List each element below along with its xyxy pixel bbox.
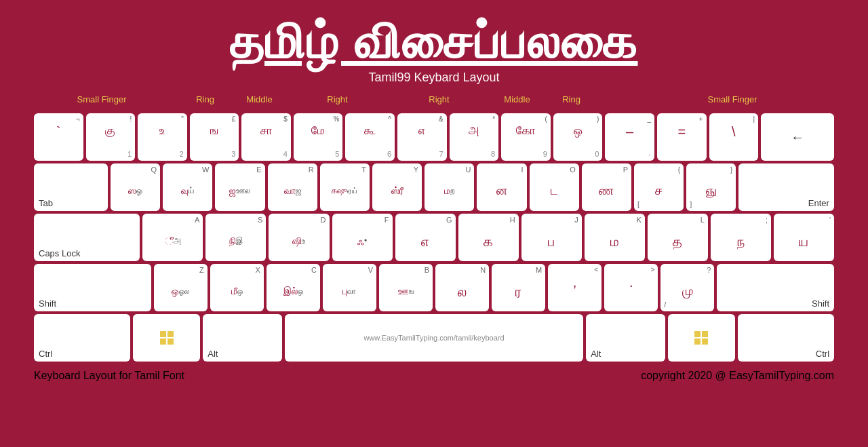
- footer: Keyboard Layout for Tamil Font copyright…: [34, 370, 834, 382]
- key-slash[interactable]: ? மு /: [660, 264, 714, 311]
- bottom-row: Shift Z ஒஓல X மீஒ C இல்ஒ V புவா B ஊங N ல…: [34, 264, 834, 311]
- key-bracket-open[interactable]: { ச [: [634, 163, 684, 211]
- key-q[interactable]: Q ஸஓ: [111, 163, 160, 211]
- svg-rect-6: [694, 338, 701, 345]
- key-p[interactable]: P ண: [582, 163, 631, 211]
- enter-key[interactable]: Enter: [738, 163, 833, 211]
- space-key[interactable]: www.EasyTamilTyping.com/tamil/keyboard: [285, 314, 584, 362]
- key-4[interactable]: $ சா 4: [241, 113, 291, 161]
- key-t[interactable]: T கஷுஏய்: [320, 163, 370, 211]
- key-backtick[interactable]: ¬ `: [34, 113, 83, 161]
- tab-key[interactable]: Tab: [34, 163, 108, 211]
- key-semicolon[interactable]: ; ந: [711, 214, 771, 261]
- key-d[interactable]: D ஷிஉ: [269, 214, 329, 261]
- key-o[interactable]: O ட: [530, 163, 579, 211]
- key-3[interactable]: £ ங 3: [190, 113, 239, 161]
- label-small-finger-left: Small Finger: [34, 94, 170, 104]
- svg-rect-4: [694, 331, 701, 337]
- key-e[interactable]: E ஜஊல: [215, 163, 264, 211]
- svg-rect-5: [702, 331, 708, 337]
- top-row: Tab Q ஸஓ W வுய் E ஜஊல R வாஜ T கஷுஏய் Y ஸ…: [34, 163, 834, 211]
- footer-left: Keyboard Layout for Tamil Font: [34, 370, 184, 382]
- key-1[interactable]: ! கு 1: [86, 113, 136, 161]
- key-8[interactable]: * அ 8: [450, 113, 499, 161]
- ctrl-right-key[interactable]: Ctrl: [738, 314, 834, 362]
- key-0[interactable]: ) ஒ 0: [553, 113, 603, 161]
- caps-lock-key[interactable]: Caps Lock: [34, 214, 140, 261]
- keyboard-container: Small Finger Ring Middle Right Right Mid…: [34, 94, 834, 364]
- label-middle-right: Middle: [492, 94, 542, 104]
- key-bracket-close[interactable]: } ஞு ]: [686, 163, 736, 211]
- key-x[interactable]: X மீஒ: [210, 264, 264, 311]
- label-ring-left: Ring: [180, 94, 231, 104]
- windows-logo-right: [694, 330, 709, 345]
- alt-right-key[interactable]: Alt: [586, 314, 665, 362]
- label-small-finger-right: Small Finger: [631, 94, 834, 104]
- svg-rect-3: [167, 338, 174, 345]
- label-right-index1: Right: [288, 94, 387, 104]
- label-right-index2: Right: [390, 94, 488, 104]
- key-g[interactable]: G எ: [395, 214, 456, 261]
- key-j[interactable]: J ப: [521, 214, 582, 261]
- system-row: Ctrl Alt www.EasyTamilTyping.com/tamil/k…: [34, 314, 834, 362]
- key-w[interactable]: W வுய்: [163, 163, 212, 211]
- key-v[interactable]: V புவா: [323, 264, 376, 311]
- key-c[interactable]: C இல்ஒ: [267, 264, 320, 311]
- win-right-key[interactable]: [668, 314, 735, 362]
- svg-rect-1: [167, 331, 174, 337]
- key-r[interactable]: R வாஜ: [268, 163, 317, 211]
- key-z[interactable]: Z ஒஓல: [154, 264, 208, 311]
- key-y[interactable]: Y ஸ்ரீ: [372, 163, 422, 211]
- key-u[interactable]: U மற: [425, 163, 474, 211]
- key-n[interactable]: N ல: [435, 264, 489, 311]
- key-s[interactable]: S நிஇ: [205, 214, 266, 261]
- shift-right-key[interactable]: Shift: [717, 264, 834, 311]
- svg-rect-2: [160, 338, 166, 345]
- win-left-key[interactable]: [133, 314, 200, 362]
- key-k[interactable]: K ம: [585, 214, 645, 261]
- svg-rect-0: [160, 331, 166, 337]
- label-middle-left: Middle: [234, 94, 285, 104]
- home-row: Caps Lock A ீஅ S நிஇ D ஷிஉ F ஃ• G எ H க …: [34, 214, 834, 261]
- key-i[interactable]: I ன: [477, 163, 526, 211]
- key-h[interactable]: H க: [458, 214, 519, 261]
- key-minus[interactable]: _ – -: [605, 113, 654, 161]
- key-equals[interactable]: + =: [657, 113, 707, 161]
- key-backslash[interactable]: | \: [709, 113, 759, 161]
- alt-left-key[interactable]: Alt: [203, 314, 281, 362]
- finger-labels: Small Finger Ring Middle Right Right Mid…: [34, 94, 834, 111]
- key-period[interactable]: > .: [604, 264, 658, 311]
- key-9[interactable]: ( கோ 9: [501, 113, 551, 161]
- key-l[interactable]: L த: [648, 214, 708, 261]
- key-comma[interactable]: < ,: [548, 264, 601, 311]
- number-row: ¬ ` ! கு 1 " உ 2 £ ங 3 $ சா 4 % மே 5 ^: [34, 113, 834, 161]
- key-b[interactable]: B ஊங: [379, 264, 433, 311]
- label-ring-right: Ring: [546, 94, 597, 104]
- key-6[interactable]: ^ கூ 6: [345, 113, 395, 161]
- ctrl-left-key[interactable]: Ctrl: [34, 314, 130, 362]
- title-tamil: தமிழ் விசைப்பலகை: [230, 14, 637, 71]
- key-5[interactable]: % மே 5: [294, 113, 343, 161]
- key-m[interactable]: M ர: [492, 264, 545, 311]
- shift-left-key[interactable]: Shift: [34, 264, 151, 311]
- key-7[interactable]: & எ 7: [397, 113, 447, 161]
- title-english: Tamil99 Keybard Layout: [368, 71, 499, 85]
- svg-rect-7: [702, 338, 708, 345]
- key-f[interactable]: F ஃ•: [332, 214, 393, 261]
- windows-logo-left: [159, 330, 174, 345]
- key-a[interactable]: A ீஅ: [142, 214, 203, 261]
- key-2[interactable]: " உ 2: [138, 113, 187, 161]
- backspace-key[interactable]: ←: [761, 113, 834, 161]
- key-quote[interactable]: ' ய: [774, 214, 834, 261]
- footer-right: copyright 2020 @ EasyTamilTyping.com: [641, 370, 834, 382]
